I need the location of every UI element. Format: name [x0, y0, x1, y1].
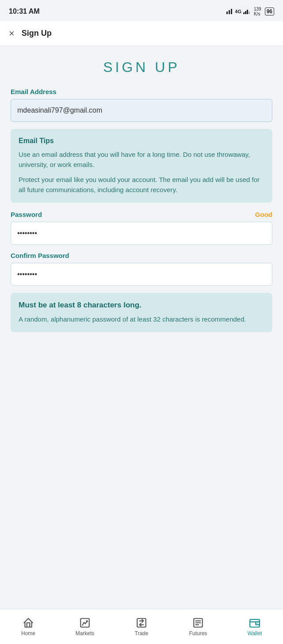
main-content: SIGN UP Email Address Email Tips Use an …	[0, 46, 283, 609]
home-icon	[23, 617, 34, 629]
nav-item-trade[interactable]: Trade	[113, 609, 170, 644]
confirm-password-label: Confirm Password	[11, 252, 272, 259]
nav-item-markets[interactable]: Markets	[57, 609, 113, 644]
confirm-password-group: Confirm Password	[11, 252, 272, 286]
email-input[interactable]	[11, 99, 272, 122]
battery-container: 96	[265, 8, 274, 15]
email-tips-title: Email Tips	[19, 137, 264, 145]
futures-icon	[192, 617, 204, 629]
svg-rect-8	[137, 618, 146, 627]
svg-rect-2	[231, 9, 232, 14]
nav-title: Sign Up	[22, 29, 52, 38]
signal-icon	[243, 8, 251, 15]
nav-item-futures[interactable]: Futures	[170, 609, 226, 644]
network-icon	[226, 8, 233, 15]
status-bar: 10:31 AM 4G 139K/s 96	[0, 0, 283, 21]
battery-level: 96	[267, 8, 272, 15]
svg-rect-5	[247, 10, 248, 14]
status-icons: 4G 139K/s 96	[226, 7, 274, 16]
password-strength: Good	[255, 211, 272, 218]
email-group: Email Address	[11, 88, 272, 122]
battery-icon: 96	[265, 8, 274, 15]
top-nav: × Sign Up	[0, 21, 283, 46]
close-button[interactable]: ×	[9, 29, 15, 38]
password-tip-para1: A random, alphanumeric password of at le…	[19, 314, 264, 324]
nav-home-label: Home	[21, 630, 35, 636]
nav-trade-label: Trade	[135, 630, 149, 636]
trade-icon	[136, 617, 147, 629]
bottom-nav: Home Markets Trade Futures	[0, 609, 283, 644]
nav-item-home[interactable]: Home	[0, 609, 57, 644]
network-type: 4G	[235, 9, 241, 14]
password-label: Password	[11, 211, 42, 218]
email-tip-para2: Protect your email like you would your a…	[19, 174, 264, 195]
password-input[interactable]	[11, 222, 272, 245]
svg-rect-0	[226, 11, 228, 14]
svg-rect-3	[243, 12, 245, 14]
password-group: Password Good	[11, 211, 272, 245]
svg-rect-1	[229, 10, 230, 14]
svg-rect-6	[249, 11, 250, 14]
email-tip-para1: Use an email address that you will have …	[19, 149, 264, 170]
password-tips-box: Must be at least 8 characters long. A ra…	[11, 293, 272, 332]
email-label: Email Address	[11, 88, 272, 95]
password-label-row: Password Good	[11, 211, 272, 218]
svg-rect-4	[245, 11, 246, 14]
nav-markets-label: Markets	[76, 630, 95, 636]
nav-item-wallet[interactable]: Wallet	[226, 609, 283, 644]
status-time: 10:31 AM	[9, 8, 40, 15]
wallet-icon	[249, 617, 260, 629]
nav-futures-label: Futures	[189, 630, 207, 636]
svg-rect-15	[250, 619, 260, 627]
nav-wallet-label: Wallet	[248, 630, 262, 636]
confirm-password-input[interactable]	[11, 263, 272, 286]
speed-label: 139K/s	[254, 7, 261, 16]
markets-icon	[79, 617, 91, 629]
password-tip-title: Must be at least 8 characters long.	[19, 301, 264, 310]
page-heading: SIGN UP	[11, 59, 272, 76]
email-tips-box: Email Tips Use an email address that you…	[11, 129, 272, 203]
